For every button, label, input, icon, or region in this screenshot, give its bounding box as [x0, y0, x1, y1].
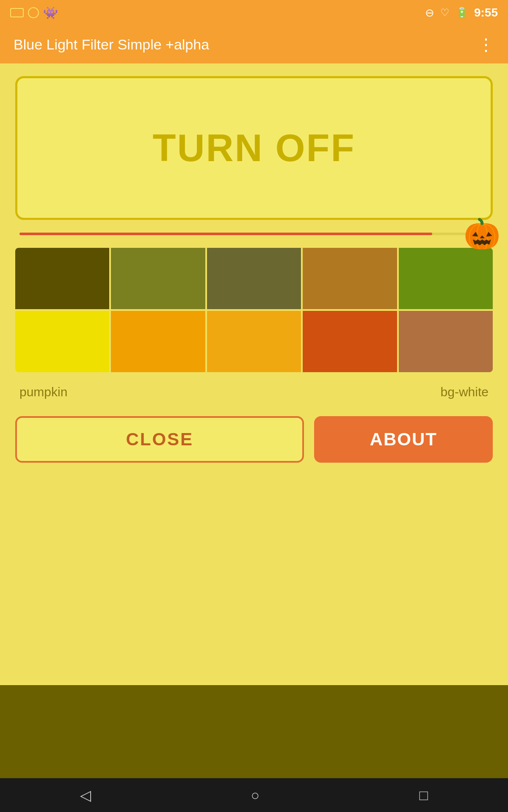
- bg-label: bg-white: [441, 385, 489, 399]
- heart-icon: ♡: [440, 7, 450, 19]
- app-icon-2: [28, 7, 39, 18]
- close-button[interactable]: CLOSE: [15, 416, 304, 463]
- back-button[interactable]: ◁: [80, 787, 91, 804]
- slider-thumb[interactable]: 🎃: [464, 219, 500, 249]
- brightness-slider-row: 🎃: [15, 233, 493, 235]
- color-cell-5[interactable]: [15, 311, 109, 372]
- minus-icon: ⊖: [425, 6, 434, 19]
- nav-bar: ◁ ○ □: [0, 778, 508, 812]
- turn-off-button[interactable]: TURN OFF: [15, 76, 493, 220]
- bottom-decoration-bar: [0, 685, 508, 778]
- status-bar: 👾 ⊖ ♡ 🔋 9:55: [0, 0, 508, 25]
- app-icon-1: [10, 8, 24, 17]
- color-grid: [15, 248, 493, 372]
- recents-button[interactable]: □: [420, 787, 428, 804]
- color-cell-8[interactable]: [303, 311, 397, 372]
- color-cell-7[interactable]: [207, 311, 301, 372]
- color-cell-6[interactable]: [111, 311, 205, 372]
- status-icons-left: 👾: [10, 6, 58, 20]
- color-cell-3[interactable]: [303, 248, 397, 309]
- status-bar-right: ⊖ ♡ 🔋 9:55: [425, 6, 498, 19]
- menu-button[interactable]: ⋮: [478, 36, 494, 53]
- color-cell-2[interactable]: [207, 248, 301, 309]
- about-button[interactable]: ABOUT: [314, 416, 493, 463]
- color-cell-1[interactable]: [111, 248, 205, 309]
- slider-track[interactable]: 🎃: [19, 233, 489, 235]
- home-button[interactable]: ○: [251, 787, 260, 804]
- app-title: Blue Light Filter Simple +alpha: [14, 36, 209, 53]
- slider-fill: [19, 233, 432, 235]
- time-display: 9:55: [474, 6, 498, 19]
- color-cell-4[interactable]: [399, 248, 493, 309]
- buttons-row: CLOSE ABOUT: [15, 416, 493, 463]
- filter-label: pumpkin: [19, 385, 67, 399]
- battery-icon: 🔋: [456, 7, 468, 19]
- color-cell-9[interactable]: [399, 311, 493, 372]
- labels-row: pumpkin bg-white: [15, 385, 493, 399]
- app-bar: Blue Light Filter Simple +alpha ⋮: [0, 25, 508, 63]
- main-content: TURN OFF 🎃 pumpkin bg-white CLOSE ABOUT: [0, 63, 508, 475]
- app-icon-3: 👾: [43, 6, 58, 20]
- color-cell-0[interactable]: [15, 248, 109, 309]
- turn-off-label: TURN OFF: [153, 126, 356, 170]
